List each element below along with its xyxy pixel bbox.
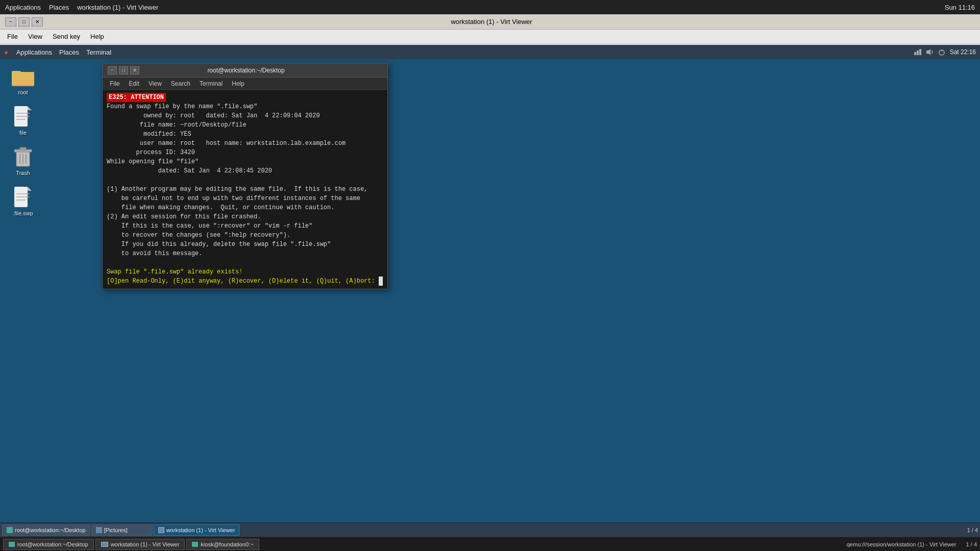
guest-applications[interactable]: Applications bbox=[16, 48, 52, 56]
guest-desktop: ● Applications Places Terminal Sat 22:16 bbox=[0, 45, 980, 537]
terminal-minimize-button[interactable]: − bbox=[108, 66, 117, 74]
guest-panel-left: ● Applications Places Terminal bbox=[4, 48, 111, 56]
taskbar-right: 1 / 4 bbox=[967, 527, 978, 533]
terminal-menu-view[interactable]: View bbox=[144, 79, 166, 88]
vv-window-buttons: − □ ✕ bbox=[4, 17, 43, 27]
terminal-titlebar: − □ ✕ root@workstation:~/Desktop bbox=[103, 63, 387, 78]
guest-taskbar: root@workstation:~/Desktop [Pictures] wo… bbox=[0, 522, 980, 537]
vv-minimize-button[interactable]: − bbox=[5, 17, 16, 27]
file-icon bbox=[12, 106, 34, 128]
vv-title: workstation (1) - Virt Viewer bbox=[43, 18, 940, 26]
taskbar-virtviewer-label: workstation (1) - Virt Viewer bbox=[166, 527, 235, 533]
svg-rect-0 bbox=[914, 52, 916, 55]
host-taskbar-left: root@workstation:~/Desktop workstation (… bbox=[3, 539, 259, 550]
svg-marker-3 bbox=[926, 49, 930, 55]
host-taskbar-item-terminal[interactable]: root@workstation:~/Desktop bbox=[3, 539, 94, 550]
svg-rect-8 bbox=[12, 72, 34, 85]
taskbar-terminal-label: root@workstation:~/Desktop bbox=[15, 527, 86, 533]
svg-marker-10 bbox=[28, 106, 32, 110]
host-taskbar-item-virtviewer[interactable]: workstation (1) - Virt Viewer bbox=[95, 539, 185, 550]
virt-viewer-titlebar: − □ ✕ workstation (1) - Virt Viewer bbox=[0, 14, 980, 30]
host-virt-info: qemu:///session/workstation (1) - Virt V… bbox=[847, 541, 957, 547]
ht-vv-label: workstation (1) - Virt Viewer bbox=[111, 541, 180, 547]
taskbar-pictures-label: [Pictures] bbox=[104, 527, 128, 533]
prompt-line: [O]pen Read-Only, (E)dit anyway, (R)ecov… bbox=[107, 278, 383, 285]
vv-restore-button[interactable]: □ bbox=[18, 17, 30, 27]
terminal-cursor bbox=[379, 277, 383, 286]
ht-terminal-icon bbox=[9, 542, 15, 547]
icon-swp-label: .file.swp bbox=[13, 210, 33, 216]
host-window-title: workstation (1) - Virt Viewer bbox=[77, 4, 158, 11]
error-badge: E325: ATTENTION bbox=[107, 93, 166, 102]
guest-panel-right: Sat 22:16 bbox=[913, 48, 976, 56]
terminal-menu-terminal[interactable]: Terminal bbox=[195, 79, 227, 88]
ht-vv-icon bbox=[101, 542, 108, 547]
terminal-close-button[interactable]: ✕ bbox=[130, 66, 139, 74]
power-icon bbox=[938, 48, 946, 56]
host-app-menu[interactable]: Applications bbox=[5, 4, 41, 11]
terminal-menu-help[interactable]: Help bbox=[228, 79, 249, 88]
host-page-info: 1 / 4 bbox=[966, 541, 977, 547]
host-topbar-left: Applications Places workstation (1) - Vi… bbox=[5, 4, 158, 11]
swp-file-icon bbox=[12, 186, 34, 209]
terminal-menu-edit[interactable]: Edit bbox=[125, 79, 143, 88]
desktop-icon-file[interactable]: file bbox=[5, 106, 41, 136]
terminal-window-buttons: − □ ✕ bbox=[107, 66, 139, 74]
terminal-menu-search[interactable]: Search bbox=[167, 79, 194, 88]
volume-icon bbox=[925, 48, 934, 56]
guest-terminal[interactable]: Terminal bbox=[86, 48, 111, 56]
virt-viewer-frame: − □ ✕ workstation (1) - Virt Viewer File… bbox=[0, 14, 980, 45]
terminal-menu-file[interactable]: File bbox=[106, 79, 124, 88]
terminal-menubar: File Edit View Search Terminal Help bbox=[103, 78, 387, 90]
swap-warning: Swap file ".file.swp" already exists! bbox=[107, 268, 242, 276]
taskbar-left: root@workstation:~/Desktop [Pictures] wo… bbox=[2, 524, 239, 536]
terminal-restore-button[interactable]: □ bbox=[119, 66, 128, 74]
taskbar-item-virtviewer[interactable]: workstation (1) - Virt Viewer bbox=[154, 524, 240, 536]
host-taskbar: root@workstation:~/Desktop workstation (… bbox=[0, 537, 980, 551]
vv-menu-view[interactable]: View bbox=[24, 32, 46, 41]
vv-menu-help[interactable]: Help bbox=[86, 32, 108, 41]
vv-close-button[interactable]: ✕ bbox=[32, 17, 43, 27]
desktop-icon-root[interactable]: root bbox=[5, 65, 41, 95]
taskbar-pictures-icon bbox=[96, 527, 102, 533]
svg-rect-2 bbox=[919, 49, 921, 55]
ht-kiosk-label: kiosk@foundation0:~ bbox=[201, 541, 253, 547]
guest-panel: ● Applications Places Terminal Sat 22:16 bbox=[0, 45, 980, 59]
host-time: Sun 11:16 bbox=[945, 4, 975, 11]
desktop-icon-trash[interactable]: Trash bbox=[5, 146, 41, 176]
terminal-title: root@workstation:~/Desktop bbox=[139, 67, 353, 74]
svg-rect-1 bbox=[917, 51, 919, 55]
vv-menu-file[interactable]: File bbox=[3, 32, 22, 41]
taskbar-item-terminal[interactable]: root@workstation:~/Desktop bbox=[2, 524, 90, 536]
desktop-icon-swp[interactable]: .file.swp bbox=[5, 186, 41, 216]
network-icon bbox=[913, 48, 921, 56]
ht-kiosk-icon bbox=[192, 542, 198, 547]
vv-menubar: File View Send key Help bbox=[0, 30, 980, 44]
svg-marker-21 bbox=[28, 187, 32, 191]
host-taskbar-item-kiosk[interactable]: kiosk@foundation0:~ bbox=[186, 539, 259, 550]
guest-places[interactable]: Places bbox=[59, 48, 79, 56]
trash-icon bbox=[12, 146, 34, 168]
taskbar-virtviewer-icon bbox=[158, 527, 164, 533]
vv-menu-sendkey[interactable]: Send key bbox=[48, 32, 84, 41]
terminal-content[interactable]: E325: ATTENTION Found a swap file by the… bbox=[103, 90, 387, 289]
guest-time: Sat 22:16 bbox=[950, 48, 976, 56]
taskbar-item-pictures[interactable]: [Pictures] bbox=[91, 524, 153, 536]
terminal-window: − □ ✕ root@workstation:~/Desktop File Ed… bbox=[102, 63, 388, 289]
icon-trash-label: Trash bbox=[16, 170, 30, 176]
host-places[interactable]: Places bbox=[49, 4, 69, 11]
folder-icon bbox=[12, 65, 34, 88]
ht-terminal-label: root@workstation:~/Desktop bbox=[17, 541, 88, 547]
host-topbar-right: Sun 11:16 bbox=[945, 4, 975, 11]
host-topbar: Applications Places workstation (1) - Vi… bbox=[0, 0, 980, 14]
host-taskbar-right: qemu:///session/workstation (1) - Virt V… bbox=[847, 541, 977, 547]
desktop-icons: root file bbox=[5, 65, 41, 216]
taskbar-page-info: 1 / 4 bbox=[967, 527, 978, 533]
taskbar-terminal-icon bbox=[7, 527, 13, 533]
svg-rect-16 bbox=[20, 147, 26, 150]
icon-file-label: file bbox=[19, 130, 27, 136]
icon-root-label: root bbox=[18, 89, 28, 95]
